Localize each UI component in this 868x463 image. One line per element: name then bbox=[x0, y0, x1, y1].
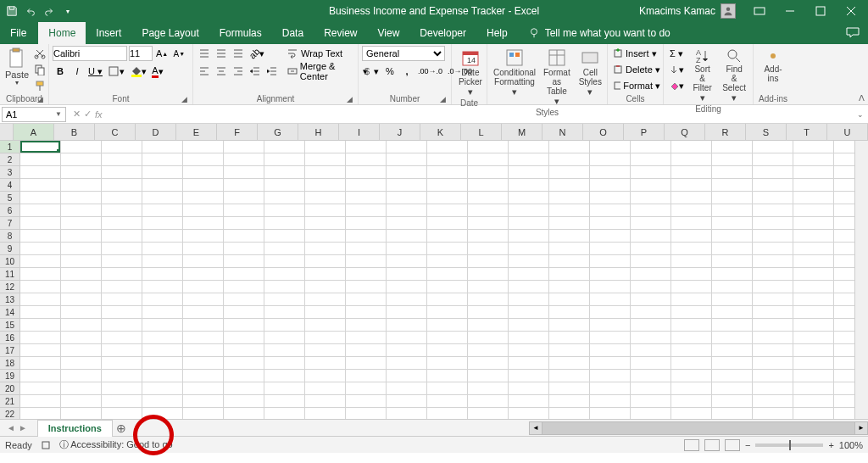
col-header-F[interactable]: F bbox=[217, 124, 258, 140]
macro-record-icon[interactable] bbox=[41, 440, 51, 450]
tab-data[interactable]: Data bbox=[272, 22, 314, 44]
row-header-18[interactable]: 18 bbox=[0, 357, 19, 370]
autosum-button[interactable]: Σ ▾ bbox=[667, 46, 686, 61]
col-header-N[interactable]: N bbox=[542, 124, 583, 140]
col-header-R[interactable]: R bbox=[705, 124, 746, 140]
align-middle-button[interactable] bbox=[214, 46, 229, 61]
tab-developer[interactable]: Developer bbox=[409, 22, 476, 44]
col-header-E[interactable]: E bbox=[176, 124, 217, 140]
page-layout-view-button[interactable] bbox=[704, 439, 720, 451]
hscroll-left-icon[interactable]: ◄ bbox=[529, 421, 542, 435]
bold-button[interactable]: B bbox=[53, 64, 68, 79]
tab-home[interactable]: Home bbox=[38, 22, 86, 44]
expand-formula-bar-icon[interactable]: ⌄ bbox=[856, 110, 868, 119]
save-icon[interactable] bbox=[5, 4, 19, 18]
sort-filter-button[interactable]: AZ Sort & Filter▾ bbox=[687, 46, 717, 104]
col-header-K[interactable]: K bbox=[420, 124, 461, 140]
increase-decimal-button[interactable]: .00→.0 bbox=[416, 64, 444, 79]
increase-font-button[interactable]: A▲ bbox=[154, 46, 170, 61]
font-color-button[interactable]: A▾ bbox=[150, 64, 165, 79]
align-top-button[interactable] bbox=[197, 46, 212, 61]
sheet-nav-next-icon[interactable]: ► bbox=[19, 423, 27, 432]
fx-icon[interactable]: fx bbox=[95, 109, 103, 120]
row-header-16[interactable]: 16 bbox=[0, 332, 19, 344]
zoom-out-button[interactable]: − bbox=[745, 440, 750, 450]
date-picker-button[interactable]: 14 Date Picker▾ bbox=[455, 46, 486, 98]
format-painter-button[interactable] bbox=[32, 78, 47, 93]
row-header-9[interactable]: 9 bbox=[0, 243, 19, 255]
format-as-table-button[interactable]: Format as Table▾ bbox=[540, 46, 574, 108]
row-header-6[interactable]: 6 bbox=[0, 204, 19, 217]
font-dialog-icon[interactable]: ◢ bbox=[180, 95, 188, 103]
row-header-2[interactable]: 2 bbox=[0, 153, 19, 166]
borders-button[interactable]: ▾ bbox=[106, 64, 126, 79]
enter-formula-icon[interactable]: ✓ bbox=[84, 109, 92, 120]
row-header-13[interactable]: 13 bbox=[0, 293, 19, 306]
italic-button[interactable]: I bbox=[70, 64, 85, 79]
cancel-formula-icon[interactable]: ✕ bbox=[73, 109, 81, 120]
minimize-icon[interactable] bbox=[776, 1, 804, 21]
copy-button[interactable] bbox=[32, 62, 47, 77]
row-header-5[interactable]: 5 bbox=[0, 192, 19, 204]
row-header-12[interactable]: 12 bbox=[0, 281, 19, 293]
row-header-14[interactable]: 14 bbox=[0, 306, 19, 319]
close-icon[interactable] bbox=[837, 1, 865, 21]
comma-button[interactable]: , bbox=[399, 64, 415, 79]
fill-button[interactable]: ▾ bbox=[667, 62, 686, 77]
row-header-21[interactable]: 21 bbox=[0, 395, 19, 408]
redo-icon[interactable] bbox=[42, 4, 56, 18]
name-box-dropdown-icon[interactable]: ▼ bbox=[55, 110, 62, 118]
col-header-H[interactable]: H bbox=[298, 124, 339, 140]
col-header-U[interactable]: U bbox=[827, 124, 868, 140]
cells-area[interactable] bbox=[20, 141, 854, 419]
row-header-3[interactable]: 3 bbox=[0, 166, 19, 179]
col-header-C[interactable]: C bbox=[95, 124, 136, 140]
col-header-I[interactable]: I bbox=[339, 124, 380, 140]
cut-button[interactable] bbox=[32, 46, 47, 61]
tab-page-layout[interactable]: Page Layout bbox=[131, 22, 209, 44]
delete-cells-button[interactable]: Delete ▾ bbox=[611, 62, 662, 77]
conditional-formatting-button[interactable]: Conditional Formatting▾ bbox=[491, 46, 538, 98]
tab-view[interactable]: View bbox=[368, 22, 410, 44]
tab-help[interactable]: Help bbox=[476, 22, 518, 44]
zoom-level[interactable]: 100% bbox=[839, 440, 863, 450]
col-header-A[interactable]: A bbox=[14, 124, 54, 140]
tab-file[interactable]: File bbox=[0, 22, 36, 44]
align-left-button[interactable] bbox=[197, 64, 212, 79]
row-header-1[interactable]: 1 bbox=[0, 141, 19, 153]
accounting-format-button[interactable]: $▾ bbox=[362, 64, 381, 79]
user-account[interactable]: Kmacims Kamac bbox=[632, 3, 743, 19]
font-name-input[interactable] bbox=[53, 46, 127, 61]
merge-center-button[interactable]: Merge & Center ▾ bbox=[285, 64, 370, 79]
collapse-ribbon-icon[interactable]: ᐱ bbox=[859, 93, 865, 103]
addins-button[interactable]: Add-ins bbox=[757, 46, 789, 85]
tab-insert[interactable]: Insert bbox=[86, 22, 131, 44]
number-format-select[interactable]: General bbox=[362, 46, 445, 61]
col-header-D[interactable]: D bbox=[136, 124, 176, 140]
hscroll-right-icon[interactable]: ► bbox=[854, 421, 868, 435]
col-header-O[interactable]: O bbox=[583, 124, 624, 140]
percent-button[interactable]: % bbox=[382, 64, 398, 79]
underline-button[interactable]: U ▾ bbox=[86, 64, 104, 79]
col-header-P[interactable]: P bbox=[624, 124, 665, 140]
row-header-10[interactable]: 10 bbox=[0, 255, 19, 268]
horizontal-scrollbar[interactable]: ◄ ► bbox=[529, 421, 868, 435]
normal-view-button[interactable] bbox=[684, 439, 699, 451]
accessibility-status[interactable]: ⓘ Accessibility: Good to go bbox=[59, 438, 173, 451]
insert-cells-button[interactable]: Insert ▾ bbox=[611, 46, 662, 61]
name-box[interactable]: A1▼ bbox=[2, 107, 66, 122]
decrease-font-button[interactable]: A▼ bbox=[171, 46, 186, 61]
alignment-dialog-icon[interactable]: ◢ bbox=[345, 95, 353, 103]
vertical-scrollbar[interactable] bbox=[854, 141, 868, 419]
undo-icon[interactable] bbox=[24, 4, 37, 18]
fill-color-button[interactable]: ▾ bbox=[128, 64, 148, 79]
row-header-15[interactable]: 15 bbox=[0, 319, 19, 332]
wrap-text-button[interactable]: Wrap Text bbox=[285, 46, 358, 61]
align-bottom-button[interactable] bbox=[231, 46, 246, 61]
find-select-button[interactable]: Find & Select▾ bbox=[719, 46, 749, 104]
orientation-button[interactable]: ab▾ bbox=[248, 46, 266, 61]
zoom-slider[interactable] bbox=[755, 443, 823, 447]
increase-indent-button[interactable] bbox=[264, 64, 280, 79]
maximize-icon[interactable] bbox=[807, 1, 834, 21]
row-header-20[interactable]: 20 bbox=[0, 382, 19, 395]
